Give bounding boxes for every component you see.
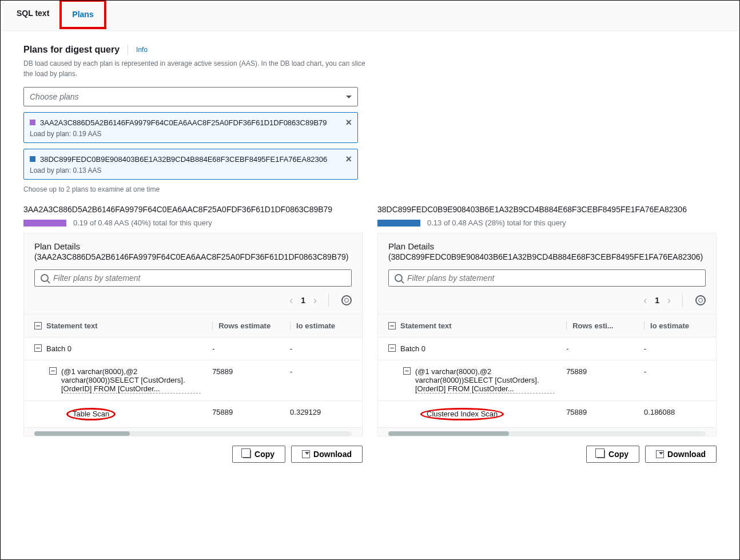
prev-page-button[interactable]: ‹ (289, 295, 293, 307)
statement-text[interactable]: (@1 varchar(8000),@2 varchar(8000))SELEC… (61, 367, 201, 394)
statement-text: Batch 0 (400, 344, 425, 353)
plan-hash: 3AA2A3C886D5A2B6146FA9979F64C0EA6AAC8F25… (23, 205, 363, 214)
choose-plans-dropdown[interactable]: Choose plans (23, 87, 358, 106)
panel-subtitle: (3AA2A3C886D5A2B6146FA9979F64C0EA6AAC8F2… (34, 252, 352, 261)
io-estimate-value: 0.186088 (638, 401, 716, 428)
rows-estimate-value: 75889 (206, 360, 284, 401)
plan-load-bar (377, 220, 420, 227)
rows-estimate-value: 75889 (206, 401, 284, 428)
divider (682, 293, 683, 307)
io-estimate-value: - (284, 360, 362, 401)
plan-summary-text: 0.13 of 0.48 AAS (28%) total for this qu… (427, 219, 566, 227)
download-icon (656, 450, 664, 458)
remove-chip-button[interactable]: × (345, 154, 352, 164)
io-estimate-value: 0.329129 (284, 401, 362, 428)
tab-bar: SQL text Plans (1, 1, 739, 31)
plan-chip-hash: 38DC899FEDC0B9E908403B6E1A32B9CD4B884E68… (40, 155, 341, 164)
horizontal-scrollbar[interactable] (388, 431, 706, 436)
rows-estimate-value: 75889 (560, 360, 638, 401)
col-statement-text: Statement text (46, 321, 98, 330)
statement-text[interactable]: Table Scan (66, 408, 116, 420)
collapse-icon[interactable]: − (403, 367, 411, 375)
io-estimate-value: - (638, 337, 716, 360)
panel-title: Plan Details (388, 241, 706, 251)
table-row: −(@1 varchar(8000),@2 varchar(8000))SELE… (24, 360, 362, 401)
plan-chip-load: Load by plan: 0.13 AAS (30, 166, 352, 174)
caret-down-icon (346, 96, 352, 98)
helper-text: Choose up to 2 plans to examine at one t… (23, 185, 717, 193)
table-row: −Batch 0 - - (378, 337, 716, 360)
rows-estimate-value: 75889 (560, 401, 638, 428)
copy-button[interactable]: Copy (232, 446, 285, 463)
download-button[interactable]: Download (645, 446, 717, 463)
table-row: Clustered Index Scan 75889 0.186088 (378, 401, 716, 428)
rows-estimate-value: - (206, 337, 284, 360)
plan-chip: 3AA2A3C886D5A2B6146FA9979F64C0EA6AAC8F25… (23, 112, 358, 143)
divider (328, 293, 329, 307)
plan-load-bar (23, 220, 66, 227)
collapse-all-icon[interactable]: − (34, 322, 42, 329)
section-title: Plans for digest query (23, 45, 120, 55)
plan-table: −Statement text Rows estimate Io estimat… (24, 314, 362, 428)
prev-page-button[interactable]: ‹ (643, 295, 647, 307)
table-row: Table Scan 75889 0.329129 (24, 401, 362, 428)
filter-input-wrapper[interactable] (388, 269, 706, 287)
collapse-icon[interactable]: − (388, 344, 396, 352)
plan-chip-load: Load by plan: 0.19 AAS (30, 130, 352, 138)
search-icon (395, 274, 403, 282)
io-estimate-value: - (638, 360, 716, 401)
statement-text[interactable]: Clustered Index Scan (420, 408, 504, 420)
col-statement-text: Statement text (400, 321, 452, 330)
filter-plans-input[interactable] (53, 273, 345, 283)
divider (128, 45, 128, 55)
plan-column: 38DC899FEDC0B9E908403B6E1A32B9CD4B884E68… (377, 205, 717, 463)
tab-plans[interactable]: Plans (62, 2, 104, 27)
horizontal-scrollbar[interactable] (34, 431, 352, 436)
plan-summary-text: 0.19 of 0.48 AAS (40%) total for this qu… (73, 219, 212, 227)
col-io-estimate: Io estimate (290, 321, 335, 330)
panel-subtitle: (38DC899FEDC0B9E908403B6E1A32B9CD4B884E6… (388, 252, 706, 261)
table-row: −(@1 varchar(8000),@2 varchar(8000))SELE… (378, 360, 716, 401)
collapse-icon[interactable]: − (34, 344, 42, 352)
section-description: DB load caused by each plan is represent… (23, 58, 367, 79)
search-icon (41, 274, 49, 282)
settings-icon[interactable] (695, 295, 706, 305)
info-link[interactable]: Info (136, 46, 148, 54)
download-button[interactable]: Download (291, 446, 363, 463)
plan-chip-hash: 3AA2A3C886D5A2B6146FA9979F64C0EA6AAC8F25… (40, 118, 341, 127)
statement-text[interactable]: (@1 varchar(8000),@2 varchar(8000))SELEC… (415, 367, 555, 394)
copy-icon (243, 450, 251, 458)
plan-hash: 38DC899FEDC0B9E908403B6E1A32B9CD4B884E68… (377, 205, 717, 214)
settings-icon[interactable] (341, 295, 352, 305)
remove-chip-button[interactable]: × (345, 117, 352, 128)
rows-estimate-value: - (560, 337, 638, 360)
collapse-icon[interactable]: − (49, 367, 57, 375)
panel-title: Plan Details (34, 241, 352, 251)
next-page-button[interactable]: › (667, 295, 671, 307)
copy-button[interactable]: Copy (586, 446, 639, 463)
next-page-button[interactable]: › (313, 295, 317, 307)
col-io-estimate: Io estimate (644, 321, 689, 330)
copy-icon (597, 450, 605, 458)
statement-text: Batch 0 (46, 344, 71, 353)
page-number: 1 (655, 296, 659, 305)
filter-input-wrapper[interactable] (34, 269, 352, 287)
plan-color-swatch (30, 156, 35, 162)
plan-column: 3AA2A3C886D5A2B6146FA9979F64C0EA6AAC8F25… (23, 205, 363, 463)
plan-details-panel: Plan Details (38DC899FEDC0B9E908403B6E1A… (377, 233, 717, 436)
download-icon (302, 450, 310, 458)
plan-color-swatch (30, 120, 35, 125)
collapse-all-icon[interactable]: − (388, 322, 396, 329)
plan-chip: 38DC899FEDC0B9E908403B6E1A32B9CD4B884E68… (23, 149, 358, 180)
table-row: −Batch 0 - - (24, 337, 362, 360)
filter-plans-input[interactable] (407, 273, 699, 283)
io-estimate-value: - (284, 337, 362, 360)
tab-sql-text[interactable]: SQL text (6, 1, 59, 30)
plan-table: −Statement text Rows esti... Io estimate… (378, 314, 716, 428)
col-rows-estimate: Rows esti... (566, 321, 614, 330)
col-rows-estimate: Rows estimate (212, 321, 270, 330)
dropdown-placeholder: Choose plans (30, 92, 79, 101)
plan-details-panel: Plan Details (3AA2A3C886D5A2B6146FA9979F… (23, 233, 363, 436)
page-number: 1 (301, 296, 305, 305)
